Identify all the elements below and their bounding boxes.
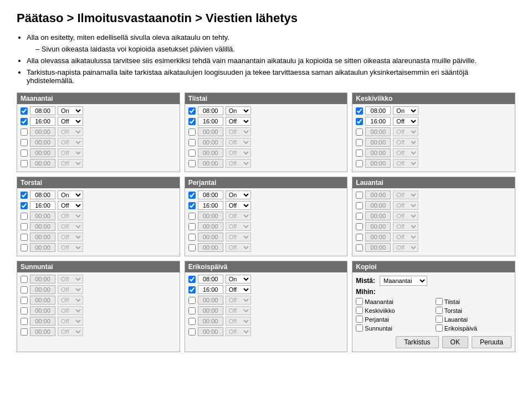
checkbox-lauantai-0[interactable]	[356, 192, 363, 199]
copy-target-checkbox-3[interactable]	[436, 307, 443, 314]
status-select-torstai-0[interactable]: OnOff	[58, 190, 83, 199]
copy-target-checkbox-1[interactable]	[436, 298, 443, 305]
time-field-torstai-3	[30, 222, 55, 231]
ok-button[interactable]: OK	[442, 336, 468, 348]
checkbox-erikoispaiva-3[interactable]	[188, 307, 196, 314]
checkbox-sunnuntai-0[interactable]	[21, 276, 28, 283]
checkbox-lauantai-1[interactable]	[356, 202, 363, 209]
checkbox-sunnuntai-3[interactable]	[21, 307, 28, 314]
checkbox-tiistai-4[interactable]	[188, 149, 196, 157]
status-select-sunnuntai-2: OnOff	[58, 296, 83, 305]
tarkistus-button[interactable]: Tarkistus	[396, 336, 438, 348]
checkbox-maanantai-4[interactable]	[21, 149, 28, 157]
checkbox-erikoispaiva-4[interactable]	[188, 318, 196, 325]
time-field-maanantai-0[interactable]	[30, 106, 55, 115]
status-select-torstai-1[interactable]: OnOff	[58, 201, 83, 210]
copy-target-checkbox-0[interactable]	[356, 298, 363, 305]
time-field-erikoispaiva-0[interactable]	[198, 275, 223, 283]
time-row-keskiviikko-4: OnOff	[356, 148, 511, 157]
checkbox-tiistai-2[interactable]	[188, 128, 196, 136]
status-select-tiistai-1[interactable]: OnOff	[226, 117, 251, 126]
status-select-perjantai-1[interactable]: OnOff	[226, 201, 251, 210]
checkbox-erikoispaiva-5[interactable]	[188, 328, 196, 336]
copy-target-7: Erikoispäivä	[436, 324, 511, 332]
checkbox-lauantai-5[interactable]	[356, 244, 363, 251]
checkbox-keskiviikko-0[interactable]	[356, 107, 363, 115]
checkbox-torstai-2[interactable]	[21, 213, 28, 220]
checkbox-torstai-1[interactable]	[21, 202, 28, 209]
status-select-tiistai-0[interactable]: OnOff	[226, 106, 251, 115]
checkbox-erikoispaiva-1[interactable]	[188, 286, 196, 293]
copy-target-checkbox-5[interactable]	[436, 316, 443, 323]
time-field-torstai-1[interactable]	[30, 201, 55, 210]
status-select-perjantai-0[interactable]: OnOff	[226, 190, 251, 199]
time-row-keskiviikko-1: OnOff	[356, 117, 511, 126]
checkbox-perjantai-3[interactable]	[188, 223, 196, 230]
checkbox-perjantai-0[interactable]	[188, 192, 196, 199]
status-select-sunnuntai-3: OnOff	[58, 306, 83, 315]
checkbox-tiistai-3[interactable]	[188, 139, 196, 146]
checkbox-keskiviikko-1[interactable]	[356, 118, 363, 125]
checkbox-erikoispaiva-2[interactable]	[188, 297, 196, 304]
time-field-keskiviikko-1[interactable]	[365, 117, 391, 126]
checkbox-maanantai-2[interactable]	[21, 128, 28, 136]
checkbox-torstai-0[interactable]	[21, 192, 28, 199]
checkbox-lauantai-3[interactable]	[356, 223, 363, 230]
status-select-erikoispaiva-0[interactable]: OnOff	[226, 275, 251, 283]
checkbox-torstai-5[interactable]	[21, 244, 28, 251]
checkbox-torstai-3[interactable]	[21, 223, 28, 230]
time-field-torstai-4	[30, 233, 55, 241]
time-field-maanantai-1[interactable]	[30, 117, 55, 126]
time-row-sunnuntai-3: OnOff	[21, 306, 176, 315]
checkbox-lauantai-2[interactable]	[356, 213, 363, 220]
peruuta-button[interactable]: Peruuta	[472, 336, 511, 348]
checkbox-sunnuntai-4[interactable]	[21, 318, 28, 325]
checkbox-perjantai-4[interactable]	[188, 234, 196, 241]
checkbox-perjantai-2[interactable]	[188, 213, 196, 220]
checkbox-perjantai-1[interactable]	[188, 202, 196, 209]
checkbox-keskiviikko-4[interactable]	[356, 149, 363, 157]
checkbox-erikoispaiva-0[interactable]	[188, 276, 196, 283]
time-field-maanantai-3	[30, 138, 55, 147]
checkbox-keskiviikko-5[interactable]	[356, 160, 363, 167]
copy-target-checkbox-7[interactable]	[436, 324, 443, 332]
checkbox-torstai-4[interactable]	[21, 234, 28, 241]
checkbox-keskiviikko-2[interactable]	[356, 128, 363, 136]
checkbox-tiistai-0[interactable]	[188, 107, 196, 115]
status-select-erikoispaiva-1[interactable]: OnOff	[226, 285, 251, 294]
time-row-sunnuntai-5: OnOff	[21, 327, 176, 336]
time-field-perjantai-0[interactable]	[198, 190, 223, 199]
checkbox-sunnuntai-2[interactable]	[21, 297, 28, 304]
intro-bullet2: Sivun oikeasta laidasta voi kopioida ase…	[35, 45, 515, 53]
checkbox-perjantai-5[interactable]	[188, 244, 196, 251]
checkbox-keskiviikko-3[interactable]	[356, 139, 363, 146]
status-select-maanantai-1[interactable]: OnOff	[58, 117, 83, 126]
copy-target-checkbox-4[interactable]	[356, 316, 363, 323]
time-field-tiistai-1[interactable]	[198, 117, 223, 126]
time-field-tiistai-0[interactable]	[198, 106, 223, 115]
time-row-lauantai-5: OnOff	[356, 243, 511, 252]
time-row-lauantai-4: OnOff	[356, 233, 511, 241]
checkbox-maanantai-0[interactable]	[21, 107, 28, 115]
time-row-sunnuntai-4: OnOff	[21, 317, 176, 326]
status-select-keskiviikko-1[interactable]: OnOff	[393, 117, 418, 126]
checkbox-maanantai-1[interactable]	[21, 118, 28, 125]
copy-target-checkbox-2[interactable]	[356, 307, 363, 314]
time-field-erikoispaiva-1[interactable]	[198, 285, 223, 294]
status-select-maanantai-0[interactable]: OnOff	[58, 106, 83, 115]
copy-mista-select[interactable]: MaanantaiTiistaiKeskiviikkoTorstaiPerjan…	[380, 276, 427, 286]
status-select-perjantai-4: OnOff	[226, 233, 251, 241]
checkbox-sunnuntai-1[interactable]	[21, 286, 28, 293]
checkbox-tiistai-1[interactable]	[188, 118, 196, 125]
time-field-keskiviikko-0[interactable]	[365, 106, 391, 115]
checkbox-tiistai-5[interactable]	[188, 160, 196, 167]
status-select-keskiviikko-0[interactable]: OnOff	[393, 106, 418, 115]
time-field-torstai-0[interactable]	[30, 190, 55, 199]
checkbox-lauantai-4[interactable]	[356, 234, 363, 241]
checkbox-sunnuntai-5[interactable]	[21, 328, 28, 336]
checkbox-maanantai-5[interactable]	[21, 160, 28, 167]
copy-target-checkbox-6[interactable]	[356, 324, 363, 332]
time-field-perjantai-1[interactable]	[198, 201, 223, 210]
status-select-torstai-2: OnOff	[58, 212, 83, 220]
checkbox-maanantai-3[interactable]	[21, 139, 28, 146]
